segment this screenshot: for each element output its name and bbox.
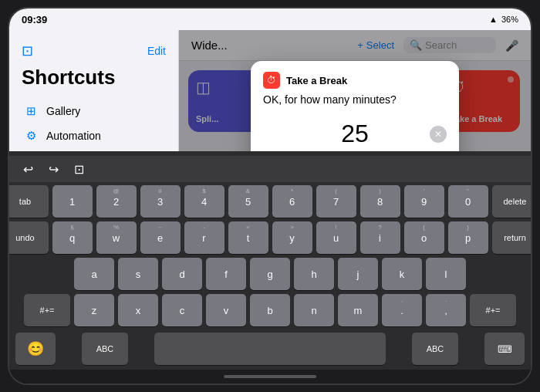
keyboard-dismiss-key[interactable]: ⌨: [484, 333, 525, 365]
key-2-main: 2: [113, 196, 119, 208]
emoji-icon: 😊: [27, 340, 44, 357]
keyboard-area: ↩ ↪ ⊡ tab 1 @ 2 # 3 $: [9, 151, 531, 370]
alpha-row-3: #+= z x c v b n m , . . , #+=: [12, 294, 528, 326]
key-o-sub: {: [423, 224, 425, 231]
key-h[interactable]: h: [294, 258, 334, 290]
key-period[interactable]: . ,: [426, 294, 466, 326]
key-i[interactable]: ? i: [360, 221, 400, 254]
shift-right-key[interactable]: #+=: [470, 294, 516, 326]
key-p[interactable]: } p: [448, 221, 488, 254]
key-r-main: r: [202, 232, 205, 244]
key-1[interactable]: 1: [52, 185, 93, 218]
key-2-sub: @: [113, 188, 119, 194]
ipad-device: 09:39 ▲ 36% ⊡ Edit Shortcuts ⊞ Gallery ⚙…: [8, 7, 532, 385]
sidebar-edit-button[interactable]: Edit: [147, 45, 166, 57]
key-f[interactable]: f: [206, 258, 246, 290]
key-8[interactable]: ) 8: [360, 185, 400, 218]
key-5-sub: &: [246, 188, 250, 194]
delete-key[interactable]: delete: [492, 185, 533, 218]
key-s-main: s: [136, 269, 141, 280]
key-6-sub: *: [291, 188, 293, 194]
return-label: return: [504, 233, 526, 242]
dialog-icon-symbol: ⏱: [267, 75, 276, 86]
key-j[interactable]: j: [338, 258, 378, 290]
abc-right-key[interactable]: ABC: [412, 333, 458, 365]
key-t-sub: <: [246, 224, 250, 231]
key-g[interactable]: g: [250, 258, 290, 290]
key-c[interactable]: c: [162, 294, 202, 326]
key-p-main: p: [465, 232, 471, 244]
key-w[interactable]: % w: [96, 221, 137, 254]
dialog-header: ⏱ Take a Break: [251, 61, 459, 92]
sidebar-collapse-icon[interactable]: ⊡: [22, 42, 33, 59]
key-d[interactable]: d: [162, 258, 202, 290]
key-x[interactable]: x: [118, 294, 158, 326]
key-h-main: h: [311, 269, 316, 280]
sidebar-top-items: ⊞ Gallery ⚙ Automation: [9, 99, 178, 148]
key-y[interactable]: > y: [272, 221, 312, 254]
key-t[interactable]: < t: [228, 221, 268, 254]
key-z[interactable]: z: [74, 294, 114, 326]
key-6[interactable]: * 6: [272, 185, 312, 218]
key-e[interactable]: ~ e: [140, 221, 181, 254]
key-3-sub: #: [158, 188, 161, 194]
sidebar-gallery-label: Gallery: [46, 105, 164, 117]
dialog-app-name: Take a Break: [286, 75, 347, 86]
key-l[interactable]: l: [426, 258, 466, 290]
home-indicator: [9, 370, 531, 384]
key-t-main: t: [247, 232, 250, 244]
key-9[interactable]: ' 9: [404, 185, 444, 218]
key-7[interactable]: ( 7: [316, 185, 356, 218]
undo-key[interactable]: undo: [8, 221, 49, 254]
key-4-main: 4: [201, 196, 207, 208]
delete-label: delete: [504, 197, 527, 206]
keyboard-dismiss-icon: ⌨: [498, 343, 512, 355]
abc-left-key[interactable]: ABC: [82, 333, 128, 365]
key-m[interactable]: m: [338, 294, 378, 326]
key-s[interactable]: s: [118, 258, 158, 290]
key-5[interactable]: & 5: [228, 185, 268, 218]
tab-key[interactable]: tab: [8, 185, 49, 218]
home-bar: [224, 375, 316, 378]
paste-button[interactable]: ⊡: [69, 161, 89, 178]
key-comma-main: .: [400, 305, 403, 316]
key-n[interactable]: n: [294, 294, 334, 326]
undo-button[interactable]: ↩: [19, 161, 38, 178]
key-e-sub: ~: [158, 224, 162, 231]
key-u[interactable]: ! u: [316, 221, 356, 254]
key-l-main: l: [445, 269, 447, 280]
keyboard-toolbar: ↩ ↪ ⊡: [9, 156, 531, 182]
key-r[interactable]: - r: [184, 221, 224, 254]
right-content: Wide... + Select 🔍 Search 🎤 ◫: [179, 30, 531, 151]
key-x-main: x: [136, 305, 141, 316]
redo-button[interactable]: ↪: [44, 161, 63, 178]
key-comma[interactable]: , .: [382, 294, 422, 326]
key-u-main: u: [333, 232, 339, 244]
key-q[interactable]: § q: [52, 221, 93, 254]
sidebar-item-gallery[interactable]: ⊞ Gallery: [15, 99, 172, 123]
key-e-main: e: [157, 232, 163, 244]
dialog-clear-button[interactable]: ✕: [430, 126, 447, 143]
dialog-app-icon: ⏱: [263, 72, 280, 89]
key-a[interactable]: a: [74, 258, 114, 290]
sidebar-item-automation[interactable]: ⚙ Automation: [15, 123, 172, 148]
abc-right-label: ABC: [427, 344, 444, 353]
alpha-row-1: undo § q % w ~ e - r <: [12, 221, 528, 254]
key-v[interactable]: v: [206, 294, 246, 326]
shift-left-key[interactable]: #+=: [24, 294, 70, 326]
key-o[interactable]: { o: [404, 221, 444, 254]
key-4-sub: $: [202, 188, 205, 194]
key-p-sub: }: [467, 224, 469, 231]
key-k[interactable]: k: [382, 258, 422, 290]
dialog-value: 25: [263, 120, 447, 148]
return-key[interactable]: return: [492, 221, 533, 254]
key-4[interactable]: $ 4: [184, 185, 224, 218]
key-3[interactable]: # 3: [140, 185, 181, 218]
status-time: 09:39: [22, 14, 47, 25]
key-0[interactable]: " 0: [448, 185, 488, 218]
key-b[interactable]: b: [250, 294, 290, 326]
key-i-sub: ?: [378, 224, 381, 231]
space-key[interactable]: [154, 333, 386, 365]
key-2[interactable]: @ 2: [96, 185, 137, 218]
emoji-key[interactable]: 😊: [15, 333, 56, 365]
